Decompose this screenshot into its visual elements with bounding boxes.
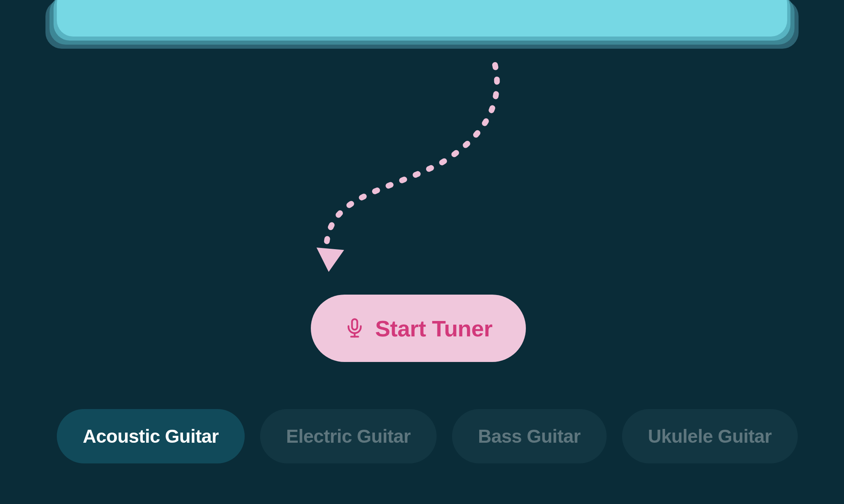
card-layer (57, 0, 787, 37)
tab-bass-guitar[interactable]: Bass Guitar (452, 409, 607, 463)
arrow-indicator-icon (296, 61, 515, 280)
tab-electric-guitar[interactable]: Electric Guitar (260, 409, 437, 463)
start-tuner-label: Start Tuner (375, 315, 492, 342)
tab-ukulele-guitar[interactable]: Ukulele Guitar (622, 409, 798, 463)
instrument-tabs: Acoustic Guitar Electric Guitar Bass Gui… (57, 409, 787, 463)
microphone-icon (344, 317, 365, 340)
tab-acoustic-guitar[interactable]: Acoustic Guitar (57, 409, 245, 463)
start-tuner-button[interactable]: Start Tuner (311, 295, 526, 362)
svg-rect-0 (352, 319, 357, 330)
